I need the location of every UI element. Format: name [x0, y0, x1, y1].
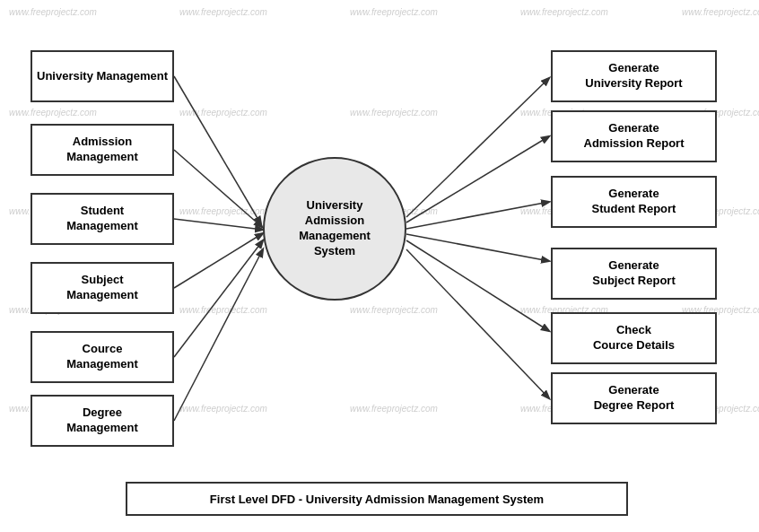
generate-student-report-box: GenerateStudent Report [551, 176, 717, 228]
diagram-container: www.freeprojectz.com www.freeprojectz.co… [0, 0, 759, 532]
university-management-box: University Management [31, 50, 174, 102]
caption-box: First Level DFD - University Admission M… [126, 482, 628, 516]
svg-line-5 [174, 249, 263, 421]
subject-management-box: SubjectManagement [31, 262, 174, 314]
student-management-box: StudentManagement [31, 193, 174, 245]
degree-management-box: DegreeManagement [31, 395, 174, 447]
svg-line-0 [174, 76, 261, 224]
check-cource-details-box: CheckCource Details [551, 312, 717, 364]
svg-line-4 [174, 240, 263, 357]
generate-admission-report-box: GenerateAdmission Report [551, 110, 717, 162]
svg-line-9 [406, 234, 549, 261]
svg-line-6 [406, 78, 549, 217]
svg-line-2 [174, 219, 263, 230]
svg-line-3 [174, 233, 263, 288]
generate-university-report-box: GenerateUniversity Report [551, 50, 717, 102]
cource-management-box: CourceManagement [31, 331, 174, 383]
svg-line-10 [406, 240, 549, 331]
generate-subject-report-box: GenerateSubject Report [551, 248, 717, 300]
svg-line-1 [174, 150, 262, 227]
admission-management-box: AdmissionManagement [31, 124, 174, 176]
svg-line-11 [406, 249, 549, 398]
svg-line-8 [406, 202, 549, 229]
center-circle: UniversityAdmissionManagementSystem [263, 157, 406, 301]
svg-line-7 [406, 136, 549, 222]
generate-degree-report-box: GenerateDegree Report [551, 372, 717, 424]
